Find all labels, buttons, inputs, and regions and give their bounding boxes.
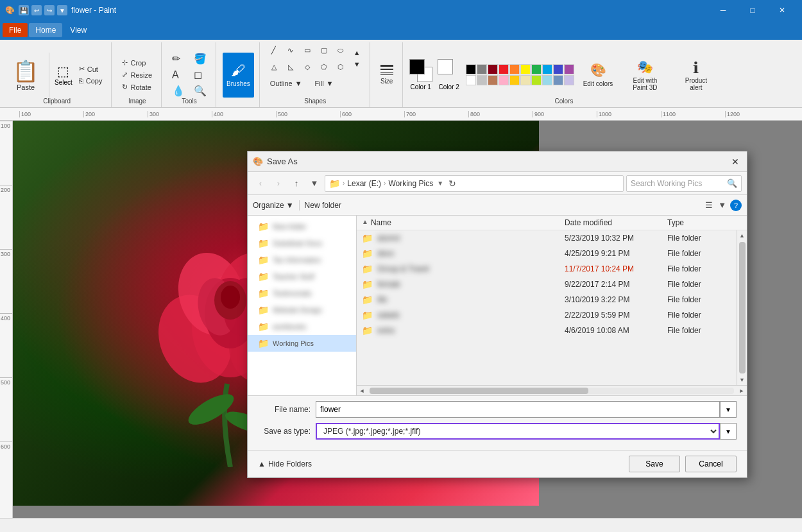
hide-folders-button[interactable]: ▲ Hide Folders: [258, 459, 312, 468]
file-type: File folder: [667, 280, 731, 289]
file-date: 4/25/2019 9:21 PM: [565, 249, 667, 258]
dialog-sidebar: 📁New folder📁Substitute Docs📁Tax Informat…: [248, 216, 357, 395]
view-dropdown-button[interactable]: ▼: [717, 199, 728, 211]
dialog-close-button[interactable]: ✕: [729, 155, 742, 168]
dialog-overlay: 🎨 Save As ✕ ‹ › ↑ ▼ 📁 › Lexar (E:) › Wor…: [0, 0, 802, 532]
file-folder-icon: 📁: [362, 295, 373, 305]
file-type: File folder: [667, 234, 731, 243]
h-scroll-thumb[interactable]: [370, 388, 588, 394]
col-date-header[interactable]: Date modified: [565, 218, 667, 227]
filename-label: File name:: [258, 405, 316, 414]
folder-name: Teacher Stuff: [273, 273, 314, 280]
folder-name: Substitute Docs: [273, 239, 322, 247]
col-name-header[interactable]: Name: [371, 218, 565, 227]
breadcrumb-drive[interactable]: Lexar (E:): [347, 179, 381, 188]
nav-back-button[interactable]: ‹: [253, 176, 268, 191]
file-date: 5/23/2019 10:32 PM: [565, 234, 667, 243]
filetype-dropdown-button[interactable]: ▼: [720, 423, 737, 440]
folder-name: Website Design: [273, 306, 322, 314]
folder-icon: 📁: [258, 271, 269, 282]
file-name: alumni: [377, 234, 565, 243]
horizontal-scrollbar[interactable]: ◄ ►: [357, 385, 747, 395]
help-button[interactable]: ?: [730, 200, 742, 211]
address-refresh-button[interactable]: ↻: [448, 178, 456, 189]
sidebar-folder-item[interactable]: 📁New folder: [248, 218, 356, 235]
filetype-label: Save as type:: [258, 427, 316, 436]
h-scroll-track: [370, 388, 734, 394]
vertical-scrollbar[interactable]: ▲ ▼: [737, 230, 747, 385]
sidebar-folder-item[interactable]: 📁Teacher Stuff: [248, 268, 356, 285]
dialog-title: Save As: [267, 157, 298, 166]
file-name: life: [377, 295, 565, 304]
file-folder-icon: 📁: [362, 233, 373, 243]
scroll-down-arrow[interactable]: ▼: [737, 375, 747, 385]
nav-up-button[interactable]: ↑: [289, 176, 304, 191]
file-date: 9/22/2017 2:14 PM: [565, 280, 667, 289]
filetype-select[interactable]: JPEG (*.jpg;*.jpeg;*.jpe;*.jfif): [316, 423, 720, 440]
file-list-item[interactable]: 📁salads2/22/2019 5:59 PMFile folder: [357, 307, 737, 323]
save-button[interactable]: Save: [629, 456, 680, 472]
sidebar-folder-item[interactable]: 📁Working Pics: [248, 335, 356, 352]
file-list-item[interactable]: 📁life3/10/2019 3:22 PMFile folder: [357, 292, 737, 307]
folder-name: Testimonials: [273, 289, 312, 297]
cancel-button[interactable]: Cancel: [685, 456, 737, 472]
folder-name: workbooks: [273, 323, 307, 330]
folder-name: New folder: [273, 223, 307, 230]
file-list-item[interactable]: 📁extra4/6/2019 10:08 AMFile folder: [357, 323, 737, 338]
dialog-body: 📁New folder📁Substitute Docs📁Tax Informat…: [248, 216, 747, 395]
h-scroll-left-arrow[interactable]: ◄: [357, 386, 367, 396]
nav-forward-button[interactable]: ›: [271, 176, 286, 191]
file-list-item[interactable]: 📁devo4/25/2019 9:21 PMFile folder: [357, 246, 737, 261]
folder-icon: 📁: [258, 221, 269, 232]
address-bar[interactable]: 📁 › Lexar (E:) › Working Pics ▼ ↻: [325, 175, 624, 192]
file-name: salads: [377, 311, 565, 320]
breadcrumb-folder[interactable]: Working Pics: [388, 179, 433, 188]
address-dropdown-button[interactable]: ▼: [437, 180, 443, 187]
file-list-item[interactable]: 📁female9/22/2017 2:14 PMFile folder: [357, 277, 737, 292]
filetype-row: Save as type: JPEG (*.jpg;*.jpeg;*.jpe;*…: [258, 423, 737, 440]
sidebar-folder-item[interactable]: 📁Substitute Docs: [248, 235, 356, 252]
sidebar-folder-item[interactable]: 📁Testimonials: [248, 285, 356, 302]
folder-icon: 📁: [258, 305, 269, 315]
search-box[interactable]: Search Working Pics 🔍: [626, 175, 742, 192]
filename-input[interactable]: [316, 401, 720, 418]
file-list-header: ▲ Name Date modified Type: [357, 216, 747, 230]
file-date: 4/6/2019 10:08 AM: [565, 326, 667, 335]
file-list-item[interactable]: 📁Group & Travel11/7/2017 10:24 PMFile fo…: [357, 261, 737, 277]
sidebar-folder-item[interactable]: 📁workbooks: [248, 318, 356, 335]
col-type-header[interactable]: Type: [667, 218, 731, 227]
h-scroll-right-arrow[interactable]: ►: [737, 386, 747, 396]
file-folder-icon: 📁: [362, 325, 373, 336]
new-folder-button[interactable]: New folder: [305, 201, 341, 210]
scroll-up-arrow[interactable]: ▲: [737, 230, 747, 241]
save-as-dialog: 🎨 Save As ✕ ‹ › ↑ ▼ 📁 › Lexar (E:) › Wor…: [247, 151, 747, 478]
filename-row: File name: ▼: [258, 401, 737, 418]
file-type: File folder: [667, 326, 731, 335]
view-list-button[interactable]: ☰: [704, 199, 714, 211]
search-placeholder: Search Working Pics: [631, 179, 727, 188]
sidebar-folder-item[interactable]: 📁Tax Information: [248, 252, 356, 268]
file-type: File folder: [667, 295, 731, 304]
file-list-item[interactable]: 📁alumni5/23/2019 10:32 PMFile folder: [357, 230, 737, 246]
folder-name: Tax Information: [273, 256, 321, 264]
file-type: File folder: [667, 264, 731, 273]
sidebar-folder-item[interactable]: 📁Website Design: [248, 302, 356, 318]
nav-recent-button[interactable]: ▼: [307, 176, 322, 191]
scroll-thumb[interactable]: [739, 242, 746, 373]
file-list-scroll: 📁alumni5/23/2019 10:32 PMFile folder📁dev…: [357, 230, 747, 385]
file-folder-icon: 📁: [362, 264, 373, 274]
file-type: File folder: [667, 249, 731, 258]
dialog-footer: ▲ Hide Folders Save Cancel: [248, 450, 747, 477]
folder-icon: 📁: [258, 288, 269, 298]
file-name: female: [377, 280, 565, 289]
hide-folders-icon: ▲: [258, 459, 266, 468]
organize-dropdown-icon: ▼: [286, 201, 294, 210]
organize-button[interactable]: Organize ▼: [253, 201, 294, 210]
file-folder-icon: 📁: [362, 279, 373, 289]
folder-name: Working Pics: [273, 339, 314, 347]
file-type: File folder: [667, 311, 731, 320]
dialog-title-bar: 🎨 Save As ✕: [248, 151, 747, 172]
filename-dropdown-button[interactable]: ▼: [720, 401, 737, 418]
sort-up-icon[interactable]: ▲: [362, 218, 368, 227]
search-icon[interactable]: 🔍: [727, 178, 737, 188]
